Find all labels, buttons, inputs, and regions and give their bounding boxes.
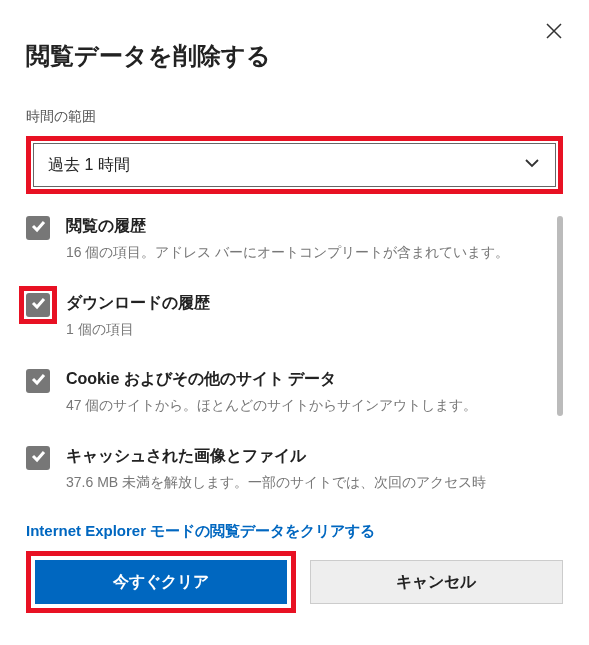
time-range-value: 過去 1 時間 [48,155,130,176]
item-browsing-history: 閲覧の履歴 16 個の項目。アドレス バーにオートコンプリートが含まれています。 [26,216,547,263]
ie-mode-link[interactable]: Internet Explorer モードの閲覧データをクリアする [26,522,563,541]
item-text: Cookie およびその他のサイト データ 47 個のサイトから。ほとんどのサイ… [66,369,547,416]
item-title: 閲覧の履歴 [66,216,547,237]
dialog-container: 閲覧データを削除する 時間の範囲 過去 1 時間 閲覧の履歴 16 個の項目。ア… [0,0,589,633]
cancel-button[interactable]: キャンセル [310,560,564,604]
checkbox-browsing-history[interactable] [26,216,50,240]
items-area: 閲覧の履歴 16 個の項目。アドレス バーにオートコンプリートが含まれています。… [26,216,563,492]
time-range-select[interactable]: 過去 1 時間 [33,143,556,187]
checkbox-wrap [26,369,50,393]
checkbox-cookies[interactable] [26,369,50,393]
item-desc: 1 個の項目 [66,320,547,340]
time-range-highlight: 過去 1 時間 [26,136,563,194]
checkbox-wrap [26,216,50,240]
time-range-label: 時間の範囲 [26,108,563,126]
primary-button-highlight: 今すぐクリア [26,551,296,613]
item-title: Cookie およびその他のサイト データ [66,369,547,390]
close-button[interactable] [541,18,567,47]
item-download-history: ダウンロードの履歴 1 個の項目 [26,293,547,340]
scrollbar[interactable] [557,216,563,416]
item-text: ダウンロードの履歴 1 個の項目 [66,293,547,340]
item-desc: 37.6 MB 未満を解放します。一部のサイトでは、次回のアクセス時 [66,473,547,493]
item-title: キャッシュされた画像とファイル [66,446,547,467]
check-icon [30,371,46,391]
checkbox-cache[interactable] [26,446,50,470]
checkbox-highlight [19,286,57,324]
item-text: 閲覧の履歴 16 個の項目。アドレス バーにオートコンプリートが含まれています。 [66,216,547,263]
checkbox-download-history[interactable] [26,293,50,317]
item-desc: 16 個の項目。アドレス バーにオートコンプリートが含まれています。 [66,243,547,263]
checkbox-wrap [26,446,50,470]
item-cookies: Cookie およびその他のサイト データ 47 個のサイトから。ほとんどのサイ… [26,369,547,416]
item-cache: キャッシュされた画像とファイル 37.6 MB 未満を解放します。一部のサイトで… [26,446,547,493]
item-text: キャッシュされた画像とファイル 37.6 MB 未満を解放します。一部のサイトで… [66,446,547,493]
chevron-down-icon [523,154,541,176]
check-icon [30,448,46,468]
dialog-title: 閲覧データを削除する [26,40,563,72]
close-icon [545,28,563,43]
check-icon [30,295,46,315]
item-title: ダウンロードの履歴 [66,293,547,314]
check-icon [30,218,46,238]
clear-now-button[interactable]: 今すぐクリア [35,560,287,604]
button-row: 今すぐクリア キャンセル [26,551,563,633]
item-desc: 47 個のサイトから。ほとんどのサイトからサインアウトします。 [66,396,547,416]
